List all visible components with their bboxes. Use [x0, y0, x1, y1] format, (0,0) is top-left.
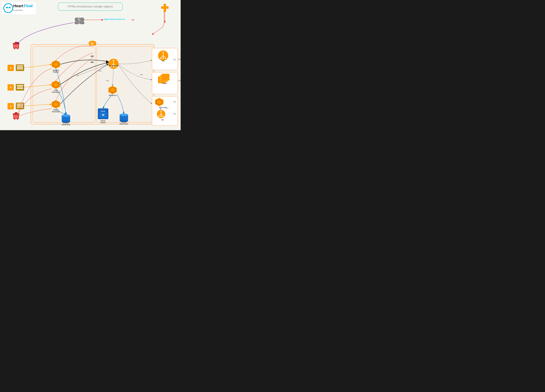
- svg-point-91: [162, 52, 164, 53]
- sqs-1: [16, 64, 24, 71]
- svg-text:Heart: Heart: [13, 4, 23, 8]
- svg-rect-120: [15, 112, 18, 114]
- svg-point-94: [165, 58, 166, 59]
- svg-point-108: [161, 116, 162, 117]
- svg-rect-36: [17, 85, 23, 86]
- aurora-cluster-icon: MySQL M: [98, 108, 108, 119]
- svg-point-93: [162, 58, 164, 59]
- elasticache-1-label2: ElastiCache: [62, 124, 70, 125]
- svg-rect-9: [161, 6, 169, 9]
- imaging-pipeline-label2: Pipeline: [53, 71, 59, 73]
- elb-top-icon: [158, 50, 168, 61]
- imaging-pipeline-label: Imaging: [53, 69, 59, 71]
- svg-text:λ: λ: [10, 66, 12, 69]
- svg-rect-45: [17, 105, 23, 106]
- svg-point-116: [14, 48, 15, 49]
- svg-rect-112: [15, 42, 18, 43]
- svg-rect-97: [162, 74, 169, 80]
- aurora-cluster-label2: Cluster: [100, 122, 106, 123]
- elb-top-label: elb: [162, 60, 164, 62]
- svg-text:λ: λ: [10, 86, 12, 89]
- svg-point-117: [17, 48, 18, 49]
- svg-point-106: [161, 110, 162, 112]
- report-generation-label2: Generation: [52, 111, 60, 113]
- svg-rect-37: [17, 86, 23, 87]
- svg-point-61: [62, 114, 70, 117]
- frontend-port-443: 443: [173, 101, 176, 103]
- proxy-443-right: 443: [178, 80, 181, 82]
- frontend-443-inner: 443: [166, 107, 168, 109]
- elb-top-port: 443: [173, 59, 176, 61]
- elasticache-2-icon: [120, 114, 128, 122]
- svg-rect-38: [17, 88, 23, 89]
- svg-point-69: [113, 60, 114, 61]
- svg-point-124: [14, 119, 15, 120]
- lambda-2: λ: [7, 84, 14, 91]
- port-443-2: 443: [90, 61, 94, 63]
- svg-point-107: [159, 116, 160, 117]
- cloud-icon: [89, 41, 96, 46]
- elasticache-2-label: Amazon: [121, 121, 127, 123]
- elb-bottom-icon: [157, 110, 165, 118]
- port-443-left: 443: [99, 70, 101, 72]
- svg-point-83: [120, 114, 128, 116]
- svg-text:®: ®: [31, 4, 33, 6]
- users-icon: [74, 17, 84, 24]
- svg-point-109: [163, 116, 164, 117]
- svg-rect-28: [17, 66, 23, 66]
- svg-point-92: [160, 58, 161, 59]
- svg-text:λ: λ: [10, 104, 12, 108]
- elb-bottom-label: elb: [161, 119, 164, 121]
- lambda-3: λ: [7, 103, 14, 109]
- svg-rect-29: [17, 67, 23, 68]
- title: FFRct Architecture (single region): [68, 5, 113, 8]
- port-443-1: 443: [90, 55, 94, 57]
- aurora-cluster-label: Aurora: [101, 120, 106, 122]
- elasticache-1-label: Amazon: [63, 122, 69, 124]
- elasticache-1-icon: [62, 114, 70, 123]
- svg-rect-15: [80, 22, 84, 24]
- lambda-1: λ: [7, 65, 14, 71]
- port-443-right: 443: [140, 74, 143, 75]
- proxy-label: Proxy: [162, 82, 167, 84]
- elb-443-right: 443: [178, 58, 181, 60]
- svg-rect-44: [17, 104, 23, 104]
- svg-rect-30: [17, 68, 23, 69]
- elasticache-2-label2: ElastiCache: [120, 123, 128, 125]
- frontend-elb-port: 443: [173, 113, 176, 115]
- sqs-2: [16, 84, 24, 91]
- svg-text:M: M: [102, 113, 104, 116]
- web-service-url: https://web-service-url: [104, 18, 125, 20]
- elb-prd-apidb-icon: [108, 59, 119, 69]
- elb-prd-apidb-label: elb-prd-apidb: [109, 65, 118, 67]
- svg-point-125: [17, 119, 18, 120]
- api-server-label: API Server: [109, 95, 117, 96]
- frontend-label: front end: [159, 107, 166, 108]
- port-443-middle: 443: [106, 80, 109, 82]
- svg-text:MySQL: MySQL: [101, 110, 105, 112]
- svg-rect-23: [33, 46, 95, 122]
- svg-text:by HeartFlow: by HeartFlow: [13, 9, 23, 11]
- svg-point-22: [92, 44, 93, 45]
